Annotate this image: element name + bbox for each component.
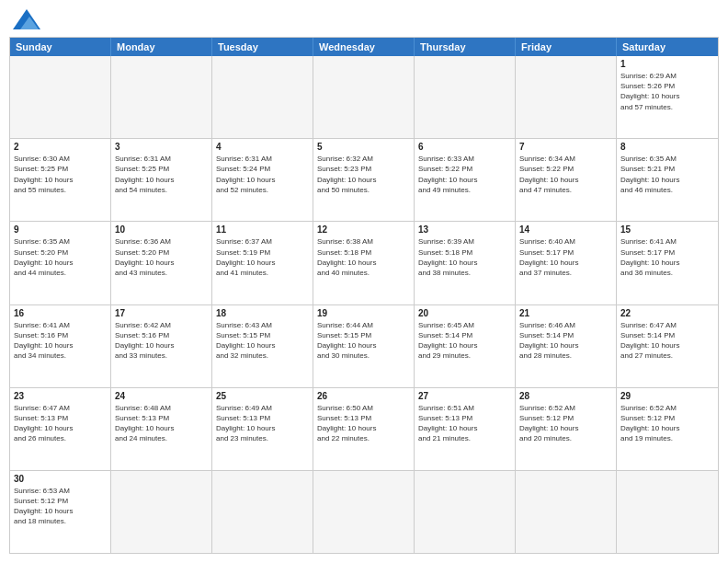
day-headers: SundayMondayTuesdayWednesdayThursdayFrid… xyxy=(10,38,718,56)
day-cell: 26Sunrise: 6:50 AM Sunset: 5:13 PM Dayli… xyxy=(313,388,415,470)
day-cell: 27Sunrise: 6:51 AM Sunset: 5:13 PM Dayli… xyxy=(415,388,516,470)
day-info: Sunrise: 6:47 AM Sunset: 5:14 PM Dayligh… xyxy=(620,320,714,362)
day-cell: 25Sunrise: 6:49 AM Sunset: 5:13 PM Dayli… xyxy=(212,388,313,470)
week-row-6: 30Sunrise: 6:53 AM Sunset: 5:12 PM Dayli… xyxy=(10,471,718,553)
day-cell: 5Sunrise: 6:32 AM Sunset: 5:23 PM Daylig… xyxy=(313,139,415,221)
day-number: 9 xyxy=(14,224,107,235)
day-cell: 8Sunrise: 6:35 AM Sunset: 5:21 PM Daylig… xyxy=(617,139,718,221)
day-info: Sunrise: 6:33 AM Sunset: 5:22 PM Dayligh… xyxy=(418,154,511,195)
day-cell: 30Sunrise: 6:53 AM Sunset: 5:12 PM Dayli… xyxy=(10,471,111,553)
day-header-wednesday: Wednesday xyxy=(313,38,415,56)
day-cell: 1Sunrise: 6:29 AM Sunset: 5:26 PM Daylig… xyxy=(617,56,718,138)
day-cell: 23Sunrise: 6:47 AM Sunset: 5:13 PM Dayli… xyxy=(10,388,111,470)
day-cell: 13Sunrise: 6:39 AM Sunset: 5:18 PM Dayli… xyxy=(415,222,516,304)
day-cell xyxy=(516,471,617,553)
day-cell: 29Sunrise: 6:52 AM Sunset: 5:12 PM Dayli… xyxy=(617,388,718,470)
week-row-3: 9Sunrise: 6:35 AM Sunset: 5:20 PM Daylig… xyxy=(10,222,718,304)
day-info: Sunrise: 6:46 AM Sunset: 5:14 PM Dayligh… xyxy=(519,320,612,362)
day-info: Sunrise: 6:40 AM Sunset: 5:17 PM Dayligh… xyxy=(519,236,612,278)
day-cell xyxy=(617,471,718,553)
day-number: 8 xyxy=(620,142,714,152)
day-number: 30 xyxy=(14,474,107,484)
day-number: 26 xyxy=(317,391,410,401)
day-info: Sunrise: 6:42 AM Sunset: 5:16 PM Dayligh… xyxy=(115,320,208,362)
day-number: 13 xyxy=(418,224,511,235)
day-cell xyxy=(111,471,212,553)
logo xyxy=(9,9,40,29)
day-info: Sunrise: 6:35 AM Sunset: 5:21 PM Dayligh… xyxy=(620,154,714,195)
day-number: 22 xyxy=(620,308,714,318)
day-info: Sunrise: 6:50 AM Sunset: 5:13 PM Dayligh… xyxy=(317,403,410,444)
day-info: Sunrise: 6:47 AM Sunset: 5:13 PM Dayligh… xyxy=(14,403,107,444)
day-info: Sunrise: 6:41 AM Sunset: 5:16 PM Dayligh… xyxy=(14,320,107,362)
day-number: 6 xyxy=(418,142,511,152)
day-cell xyxy=(313,471,415,553)
day-number: 18 xyxy=(216,308,309,318)
day-cell: 14Sunrise: 6:40 AM Sunset: 5:17 PM Dayli… xyxy=(516,222,617,304)
day-info: Sunrise: 6:31 AM Sunset: 5:24 PM Dayligh… xyxy=(216,154,309,195)
day-number: 19 xyxy=(317,308,410,318)
day-cell: 11Sunrise: 6:37 AM Sunset: 5:19 PM Dayli… xyxy=(212,222,313,304)
day-info: Sunrise: 6:49 AM Sunset: 5:13 PM Dayligh… xyxy=(216,403,309,444)
day-cell xyxy=(212,56,313,138)
day-number: 1 xyxy=(620,59,714,69)
calendar-body: 1Sunrise: 6:29 AM Sunset: 5:26 PM Daylig… xyxy=(10,56,718,553)
day-info: Sunrise: 6:32 AM Sunset: 5:23 PM Dayligh… xyxy=(317,154,410,195)
week-row-1: 1Sunrise: 6:29 AM Sunset: 5:26 PM Daylig… xyxy=(10,56,718,139)
header xyxy=(9,9,719,29)
day-number: 24 xyxy=(115,391,208,401)
day-cell: 18Sunrise: 6:43 AM Sunset: 5:15 PM Dayli… xyxy=(212,305,313,387)
day-cell: 19Sunrise: 6:44 AM Sunset: 5:15 PM Dayli… xyxy=(313,305,415,387)
day-info: Sunrise: 6:37 AM Sunset: 5:19 PM Dayligh… xyxy=(216,236,309,278)
day-cell: 2Sunrise: 6:30 AM Sunset: 5:25 PM Daylig… xyxy=(10,139,111,221)
day-info: Sunrise: 6:44 AM Sunset: 5:15 PM Dayligh… xyxy=(317,320,410,362)
week-row-2: 2Sunrise: 6:30 AM Sunset: 5:25 PM Daylig… xyxy=(10,139,718,222)
day-header-friday: Friday xyxy=(516,38,617,56)
day-number: 20 xyxy=(418,308,511,318)
day-number: 3 xyxy=(115,142,208,152)
day-number: 23 xyxy=(14,391,107,401)
day-info: Sunrise: 6:31 AM Sunset: 5:25 PM Dayligh… xyxy=(115,154,208,195)
day-info: Sunrise: 6:30 AM Sunset: 5:25 PM Dayligh… xyxy=(14,154,107,195)
day-cell: 21Sunrise: 6:46 AM Sunset: 5:14 PM Dayli… xyxy=(516,305,617,387)
day-cell xyxy=(10,56,111,138)
day-number: 14 xyxy=(519,224,612,235)
day-info: Sunrise: 6:39 AM Sunset: 5:18 PM Dayligh… xyxy=(418,236,511,278)
day-cell: 16Sunrise: 6:41 AM Sunset: 5:16 PM Dayli… xyxy=(10,305,111,387)
day-number: 15 xyxy=(620,224,714,235)
day-info: Sunrise: 6:52 AM Sunset: 5:12 PM Dayligh… xyxy=(519,403,612,444)
day-number: 29 xyxy=(620,391,714,401)
day-cell xyxy=(415,471,516,553)
day-info: Sunrise: 6:51 AM Sunset: 5:13 PM Dayligh… xyxy=(418,403,511,444)
day-header-saturday: Saturday xyxy=(617,38,718,56)
day-number: 28 xyxy=(519,391,612,401)
day-cell xyxy=(516,56,617,138)
day-cell: 20Sunrise: 6:45 AM Sunset: 5:14 PM Dayli… xyxy=(415,305,516,387)
logo-text xyxy=(9,9,40,29)
day-cell: 9Sunrise: 6:35 AM Sunset: 5:20 PM Daylig… xyxy=(10,222,111,304)
day-header-monday: Monday xyxy=(111,38,212,56)
day-cell: 4Sunrise: 6:31 AM Sunset: 5:24 PM Daylig… xyxy=(212,139,313,221)
day-cell: 15Sunrise: 6:41 AM Sunset: 5:17 PM Dayli… xyxy=(617,222,718,304)
day-cell xyxy=(111,56,212,138)
day-number: 27 xyxy=(418,391,511,401)
day-cell: 17Sunrise: 6:42 AM Sunset: 5:16 PM Dayli… xyxy=(111,305,212,387)
day-info: Sunrise: 6:35 AM Sunset: 5:20 PM Dayligh… xyxy=(14,236,107,278)
day-info: Sunrise: 6:52 AM Sunset: 5:12 PM Dayligh… xyxy=(620,403,714,444)
day-number: 5 xyxy=(317,142,410,152)
day-cell: 6Sunrise: 6:33 AM Sunset: 5:22 PM Daylig… xyxy=(415,139,516,221)
day-number: 11 xyxy=(216,224,309,235)
day-info: Sunrise: 6:45 AM Sunset: 5:14 PM Dayligh… xyxy=(418,320,511,362)
day-info: Sunrise: 6:38 AM Sunset: 5:18 PM Dayligh… xyxy=(317,236,410,278)
day-cell xyxy=(212,471,313,553)
week-row-4: 16Sunrise: 6:41 AM Sunset: 5:16 PM Dayli… xyxy=(10,305,718,388)
day-cell: 12Sunrise: 6:38 AM Sunset: 5:18 PM Dayli… xyxy=(313,222,415,304)
day-info: Sunrise: 6:48 AM Sunset: 5:13 PM Dayligh… xyxy=(115,403,208,444)
calendar: SundayMondayTuesdayWednesdayThursdayFrid… xyxy=(9,37,719,554)
page: SundayMondayTuesdayWednesdayThursdayFrid… xyxy=(0,0,728,563)
day-number: 7 xyxy=(519,142,612,152)
day-number: 21 xyxy=(519,308,612,318)
day-cell: 7Sunrise: 6:34 AM Sunset: 5:22 PM Daylig… xyxy=(516,139,617,221)
day-cell: 3Sunrise: 6:31 AM Sunset: 5:25 PM Daylig… xyxy=(111,139,212,221)
day-number: 2 xyxy=(14,142,107,152)
